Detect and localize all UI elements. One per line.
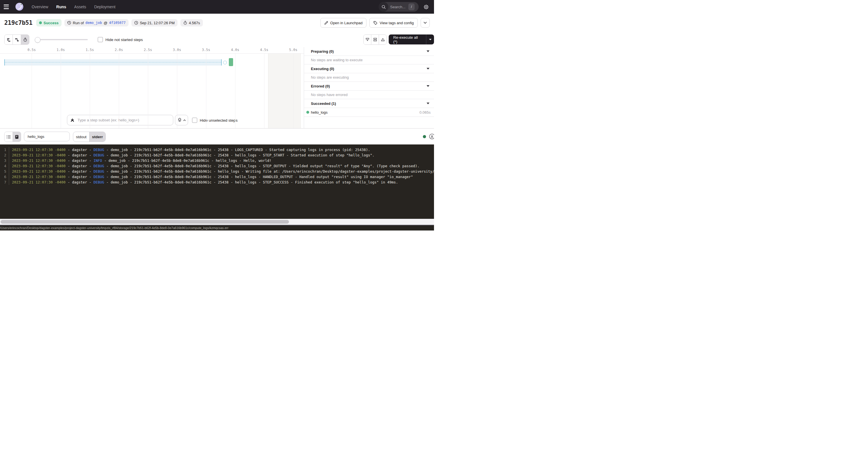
gantt-toolbar: Hide not started steps Re-execute all (*… bbox=[0, 32, 434, 47]
nav-item-overview[interactable]: Overview bbox=[32, 5, 48, 9]
stdout-stderr-tabs: stdoutstderr bbox=[73, 132, 106, 142]
document-view-icon bbox=[15, 135, 19, 139]
log-message: - demo_job - 219c7b51-b62f-4e5b-8de8-0e7… bbox=[104, 169, 434, 174]
pencil-icon bbox=[324, 21, 328, 25]
job-name-link[interactable]: demo_job bbox=[86, 21, 102, 25]
log-gutter-divider bbox=[9, 169, 12, 174]
log-gutter-divider bbox=[9, 152, 12, 158]
log-file-path: /Users/erincochran/Desktop/dagster-examp… bbox=[0, 226, 228, 229]
section-header-preparing[interactable]: Preparing (0) bbox=[304, 47, 434, 56]
header-buttons: Open in Launchpad View tags and config bbox=[320, 18, 430, 28]
duration-badge: 4.567s bbox=[180, 19, 203, 27]
step-bar-hello-logs[interactable] bbox=[229, 58, 233, 66]
log-line: 72023-09-21 12:07:30 -0400 - dagster - D… bbox=[0, 180, 434, 185]
run-badges: Success Run of demo_job @ 4f105077 Sep 2… bbox=[36, 19, 203, 27]
log-step-filter-input[interactable] bbox=[24, 132, 70, 141]
dagster-logo-icon[interactable] bbox=[14, 2, 24, 12]
axis-tick-label: 4.5s bbox=[260, 48, 269, 52]
log-line-number: 1 bbox=[0, 147, 6, 152]
zoom-slider[interactable] bbox=[35, 39, 88, 40]
log-message: - demo_job - 219c7b51-b62f-4e5b-8de8-0e7… bbox=[104, 174, 413, 180]
hide-not-started-checkbox[interactable] bbox=[98, 37, 103, 42]
nav-item-runs[interactable]: Runs bbox=[56, 5, 66, 9]
zoom-slider-handle[interactable] bbox=[35, 37, 40, 43]
log-file-path-bar: /Users/erincochran/Desktop/dagster-examp… bbox=[0, 225, 434, 230]
stopwatch-icon bbox=[183, 21, 187, 25]
run-actions-menu-button[interactable] bbox=[421, 18, 430, 28]
section-header-succeeded[interactable]: Succeeded (1) bbox=[304, 99, 434, 108]
gridline bbox=[235, 54, 236, 128]
caret-down-icon bbox=[427, 68, 429, 69]
log-horizontal-scrollbar[interactable] bbox=[0, 219, 434, 225]
gridline bbox=[206, 54, 206, 128]
split-panels-button[interactable] bbox=[371, 35, 379, 44]
axis-tick-label: 1.5s bbox=[86, 48, 94, 52]
axis-tick-label: 2.5s bbox=[144, 48, 152, 52]
view-tags-config-button[interactable]: View tags and config bbox=[369, 18, 418, 28]
gantt-plot-area: Hide unselected steps bbox=[0, 54, 304, 128]
step-duration: 0.065s bbox=[420, 110, 431, 115]
hamburger-menu-icon[interactable] bbox=[4, 3, 10, 10]
log-source: - dagster - bbox=[66, 158, 93, 163]
tab-stderr[interactable]: stderr bbox=[89, 132, 105, 142]
log-line-number: 4 bbox=[0, 163, 6, 169]
download-log-button[interactable] bbox=[429, 133, 434, 140]
log-timestamp: 2023-09-21 12:07:30 -0400 bbox=[12, 169, 66, 174]
step-subset-input-wrap bbox=[67, 115, 173, 125]
axis-tick-label: 4.0s bbox=[231, 48, 239, 52]
log-line-number: 5 bbox=[0, 169, 6, 174]
step-name: hello_logs bbox=[311, 110, 328, 115]
step-subset-input[interactable] bbox=[77, 118, 173, 123]
hide-unselected-checkbox[interactable] bbox=[192, 118, 197, 123]
gridline bbox=[61, 54, 61, 128]
log-line: 62023-09-21 12:07:30 -0400 - dagster - D… bbox=[0, 174, 434, 180]
search-icon bbox=[379, 2, 389, 12]
nav-item-assets[interactable]: Assets bbox=[74, 5, 86, 9]
open-in-launchpad-button[interactable]: Open in Launchpad bbox=[320, 18, 367, 28]
raw-log-view-button[interactable] bbox=[12, 132, 21, 142]
reexecute-menu-caret[interactable] bbox=[426, 34, 434, 44]
search-input[interactable] bbox=[389, 5, 408, 9]
gridline bbox=[177, 54, 177, 128]
log-level: DEBUG bbox=[93, 152, 104, 158]
step-waiting-band bbox=[4, 59, 222, 65]
section-header-executing[interactable]: Executing (0) bbox=[304, 64, 434, 73]
tab-stdout[interactable]: stdout bbox=[73, 132, 89, 142]
timing-stopwatch-icon bbox=[23, 38, 27, 42]
waterfall-view-button[interactable] bbox=[12, 35, 21, 44]
timing-view-button[interactable] bbox=[21, 35, 29, 44]
log-level: INFO bbox=[93, 158, 102, 163]
log-message: - demo_job - 219c7b51-b62f-4e5b-8de8-0e7… bbox=[104, 147, 370, 152]
log-level: DEBUG bbox=[93, 163, 104, 169]
nav-item-deployment[interactable]: Deployment bbox=[94, 5, 116, 9]
collapse-down-button[interactable] bbox=[364, 35, 371, 44]
layers-icon bbox=[178, 118, 182, 122]
list-view-icon bbox=[6, 135, 11, 139]
log-message: - demo_job - 219c7b51-b62f-4e5b-8de8-0e7… bbox=[102, 158, 272, 163]
log-message: - demo_job - 219c7b51-b62f-4e5b-8de8-0e7… bbox=[104, 180, 398, 185]
log-stream-status-dot bbox=[423, 135, 426, 138]
axis-tick-label: 0.5s bbox=[28, 48, 36, 52]
gridline bbox=[119, 54, 119, 128]
axis-tick-label: 1.0s bbox=[57, 48, 65, 52]
log-timestamp: 2023-09-21 12:07:30 -0400 bbox=[12, 147, 66, 152]
log-line-number: 2 bbox=[0, 152, 6, 158]
top-navbar: OverviewRunsAssetsDeployment / bbox=[0, 0, 434, 14]
log-gutter-divider bbox=[9, 147, 12, 152]
caret-down-icon bbox=[427, 102, 429, 104]
section-header-errored[interactable]: Errored (0) bbox=[304, 82, 434, 91]
event-list-view-button[interactable] bbox=[5, 132, 12, 142]
log-view-mode-group bbox=[4, 132, 21, 142]
search-box[interactable]: / bbox=[379, 2, 418, 12]
scrollbar-thumb[interactable] bbox=[1, 220, 289, 224]
log-gutter-divider bbox=[9, 163, 12, 169]
expand-up-button[interactable] bbox=[379, 35, 386, 44]
hide-unselected-row: Hide unselected steps bbox=[192, 118, 238, 123]
log-timestamp: 2023-09-21 12:07:30 -0400 bbox=[12, 174, 66, 180]
snapshot-id-link[interactable]: 4f105077 bbox=[109, 21, 126, 25]
reexecute-all-button[interactable]: Re-execute all (*) bbox=[389, 34, 434, 44]
settings-gear-icon[interactable] bbox=[423, 3, 429, 10]
flat-view-button[interactable] bbox=[5, 35, 12, 44]
gridline bbox=[90, 54, 90, 128]
step-row-hello_logs[interactable]: hello_logs0.065s bbox=[304, 108, 434, 117]
